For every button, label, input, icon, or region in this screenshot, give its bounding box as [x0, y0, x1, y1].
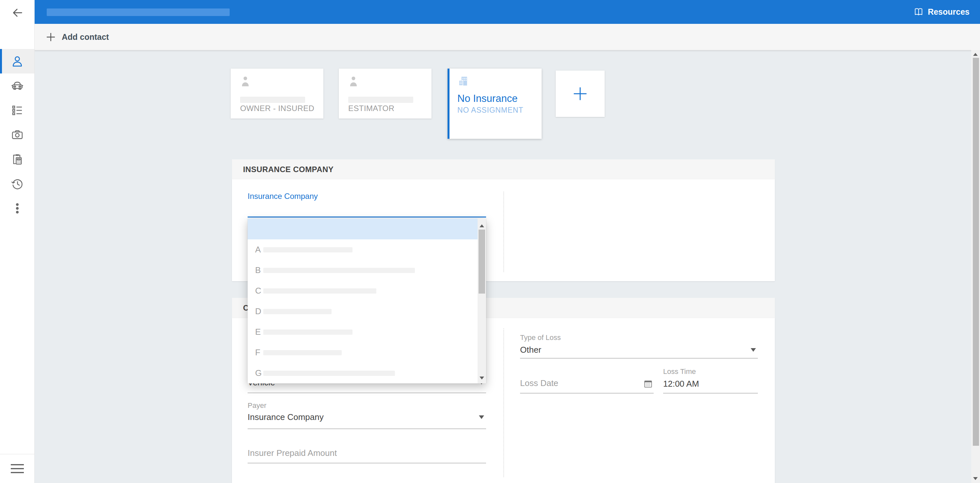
- loss-time-label: Loss Time: [663, 368, 758, 375]
- sidebar-item-checklist[interactable]: [0, 98, 34, 122]
- option-letter: F: [255, 348, 263, 357]
- scroll-down-arrow[interactable]: [480, 377, 484, 380]
- type-of-loss-label: Type of Loss: [520, 334, 758, 342]
- clipboard-calculator-icon: [10, 153, 24, 166]
- option-letter: G: [255, 368, 263, 378]
- sidebar-item-photos[interactable]: [0, 122, 34, 147]
- contact-name-redacted: [348, 97, 413, 103]
- card-subtitle: NO ASSIGNMENT: [457, 106, 523, 114]
- field-underline: [520, 358, 758, 359]
- dropdown-option-F[interactable]: F: [248, 342, 486, 363]
- contact-card-estimator[interactable]: ESTIMATOR: [339, 68, 431, 119]
- insurer-prepaid-amount-input[interactable]: [248, 448, 486, 458]
- dropdown-option-G[interactable]: G: [248, 363, 486, 383]
- payer-select[interactable]: Payer Insurance Company: [248, 402, 486, 429]
- dropdown-scrollbar-thumb[interactable]: [479, 230, 485, 294]
- plus-icon: [45, 31, 57, 43]
- dropdown-option-E[interactable]: E: [248, 322, 486, 342]
- sidebar-item-estimate[interactable]: [0, 147, 34, 172]
- loss-time-field[interactable]: Loss Time 12:00 AM: [663, 368, 758, 394]
- section-title: INSURANCE COMPANY: [243, 165, 334, 174]
- field-underline: [248, 392, 486, 393]
- chevron-down-icon: [479, 415, 484, 419]
- option-name-redacted: [263, 247, 353, 253]
- field-underline: [520, 393, 654, 394]
- car-icon: [10, 79, 24, 93]
- option-letter: A: [255, 245, 263, 255]
- dropdown-option-D[interactable]: D: [248, 301, 486, 322]
- more-vertical-icon: [11, 202, 24, 215]
- add-assignment-card[interactable]: [556, 70, 605, 117]
- hamburger-icon: [10, 464, 24, 473]
- page-scrollbar-thumb[interactable]: [973, 58, 979, 446]
- sidebar-footer: [0, 454, 34, 483]
- history-icon: [10, 177, 24, 191]
- panel-divider: [503, 329, 504, 477]
- field-underline: [663, 393, 758, 394]
- page-scrollbar: [971, 50, 980, 483]
- option-name-redacted: [263, 268, 415, 273]
- book-icon: [913, 8, 924, 16]
- dropdown-option-C[interactable]: C: [248, 281, 486, 301]
- scroll-up-arrow[interactable]: [480, 224, 484, 227]
- menu-button[interactable]: [0, 454, 34, 483]
- option-name-redacted: [263, 309, 332, 314]
- sidebar-item-more[interactable]: [0, 196, 34, 221]
- selected-indicator: [0, 49, 2, 73]
- section-header-insurance-company: INSURANCE COMPANY: [232, 159, 775, 180]
- type-of-loss-value: Other: [520, 345, 758, 355]
- app-header: Resources: [34, 0, 980, 24]
- person-icon: [240, 75, 250, 87]
- dropdown-option-A[interactable]: A: [248, 239, 486, 260]
- option-name-redacted: [263, 329, 353, 335]
- sidebar-item-vehicle[interactable]: [0, 73, 34, 98]
- checklist-icon: [10, 103, 24, 117]
- content-area: OWNER - INSURED ESTIMATOR: [34, 50, 971, 483]
- field-underline: [248, 463, 486, 463]
- app-title-redacted: [47, 8, 230, 16]
- type-of-loss-select[interactable]: Type of Loss Other: [520, 334, 758, 359]
- loss-date-field: [520, 378, 654, 394]
- contact-name-redacted: [240, 97, 305, 103]
- building-icon: [457, 75, 468, 86]
- contact-role-label: ESTIMATOR: [348, 104, 394, 113]
- back-button[interactable]: [0, 4, 34, 22]
- loss-date-input[interactable]: [520, 378, 654, 388]
- resources-button[interactable]: Resources: [912, 0, 972, 24]
- scroll-up-arrow[interactable]: [973, 53, 978, 56]
- person-icon: [10, 54, 24, 68]
- dropdown-option-B[interactable]: B: [248, 260, 486, 281]
- dropdown-option-blank-highlighted[interactable]: [248, 218, 477, 239]
- insurance-dropdown-options: ABCDEFG: [248, 239, 486, 383]
- contact-role-label: OWNER - INSURED: [240, 104, 314, 113]
- payer-value: Insurance Company: [248, 412, 486, 422]
- sidebar-item-contacts[interactable]: [0, 49, 34, 73]
- contact-card-owner[interactable]: OWNER - INSURED: [231, 68, 323, 119]
- option-letter: C: [255, 286, 263, 296]
- option-name-redacted: [263, 371, 395, 376]
- insurance-company-dropdown: ABCDEFG: [248, 218, 486, 383]
- loss-time-value: 12:00 AM: [663, 379, 758, 389]
- card-title: No Insurance: [457, 93, 517, 105]
- insurance-company-field-label: Insurance Company: [248, 192, 318, 201]
- back-arrow-icon: [11, 6, 24, 19]
- calendar-icon[interactable]: [643, 379, 653, 389]
- app-root: Resources Add contact: [0, 0, 980, 483]
- option-letter: B: [255, 265, 263, 275]
- toolbar: Add contact: [34, 24, 980, 50]
- chevron-down-icon: [751, 348, 756, 352]
- contact-card-insurance-selected[interactable]: No Insurance NO ASSIGNMENT: [447, 68, 542, 139]
- insurance-company-input[interactable]: [248, 202, 487, 216]
- plus-icon: [572, 85, 589, 102]
- scroll-down-arrow[interactable]: [973, 477, 978, 480]
- sidebar-nav: [0, 49, 34, 221]
- field-underline: [248, 429, 486, 429]
- sidebar-item-history[interactable]: [0, 172, 34, 196]
- panel-divider: [503, 192, 504, 272]
- sidebar: [0, 0, 35, 483]
- option-letter: E: [255, 327, 263, 337]
- person-icon: [348, 75, 358, 87]
- add-contact-button[interactable]: Add contact: [43, 24, 111, 50]
- camera-icon: [10, 128, 24, 142]
- add-contact-label: Add contact: [62, 32, 109, 42]
